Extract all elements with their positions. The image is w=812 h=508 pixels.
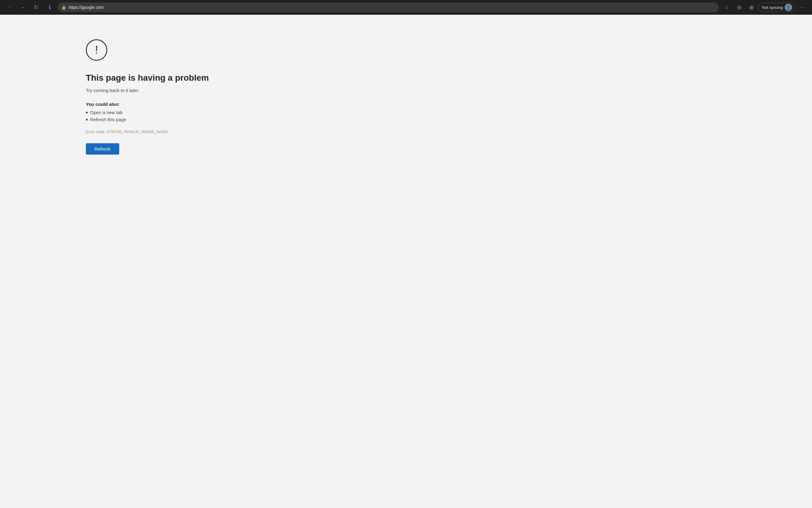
url-text: https://google.com xyxy=(69,5,104,10)
profile-avatar: 👤 xyxy=(785,4,792,11)
collections-icon: ⊞ xyxy=(750,5,754,10)
browser-toolbar: ← → ↻ ℹ 🔒 https://google.com ☆ ⊟ ⊞ Not s… xyxy=(0,0,812,15)
exclamation-icon: ! xyxy=(95,44,98,55)
toolbar-right: ☆ ⊟ ⊞ Not syncing 👤 ··· xyxy=(721,2,808,13)
address-bar[interactable]: 🔒 https://google.com xyxy=(58,2,719,12)
info-button[interactable]: ℹ xyxy=(44,2,55,13)
error-icon-circle: ! xyxy=(86,39,107,61)
suggestion-refresh: Refresh this page xyxy=(90,117,126,122)
not-syncing-button[interactable]: Not syncing 👤 xyxy=(758,3,796,12)
profile-initial: 👤 xyxy=(786,5,791,10)
back-button[interactable]: ← xyxy=(4,2,15,13)
back-icon: ← xyxy=(6,4,12,11)
collections-button[interactable]: ⊞ xyxy=(746,2,757,13)
list-item: Open a new tab xyxy=(86,110,209,115)
refresh-button[interactable]: Refresh xyxy=(86,143,119,155)
page-content: ! This page is having a problem Try comi… xyxy=(0,15,812,508)
not-syncing-label: Not syncing xyxy=(762,5,783,10)
reload-icon: ↻ xyxy=(34,4,39,11)
bullet-icon xyxy=(86,119,88,121)
forward-icon: → xyxy=(20,4,26,11)
suggestions-list: Open a new tab Refresh this page xyxy=(86,110,209,122)
star-icon: ☆ xyxy=(725,5,729,10)
favorites-icon: ⊟ xyxy=(737,5,741,10)
list-item: Refresh this page xyxy=(86,117,209,122)
error-container: ! This page is having a problem Try comi… xyxy=(86,39,209,155)
error-subtitle: Try coming back to it later. xyxy=(86,88,209,93)
you-could-also-label: You could also: xyxy=(86,101,209,107)
more-icon: ··· xyxy=(800,5,806,10)
info-icon: ℹ xyxy=(49,4,51,11)
favorites-button[interactable]: ⊟ xyxy=(733,2,745,13)
more-button[interactable]: ··· xyxy=(797,2,808,13)
error-title: This page is having a problem xyxy=(86,73,209,83)
reload-button[interactable]: ↻ xyxy=(31,2,42,13)
star-button[interactable]: ☆ xyxy=(721,2,732,13)
bullet-icon xyxy=(86,112,88,114)
forward-button[interactable]: → xyxy=(17,2,28,13)
lock-icon: 🔒 xyxy=(61,5,66,10)
error-code: Error code: STATUS_INVALID_IMAGE_HASH xyxy=(86,129,209,134)
suggestion-open-tab: Open a new tab xyxy=(90,110,123,115)
